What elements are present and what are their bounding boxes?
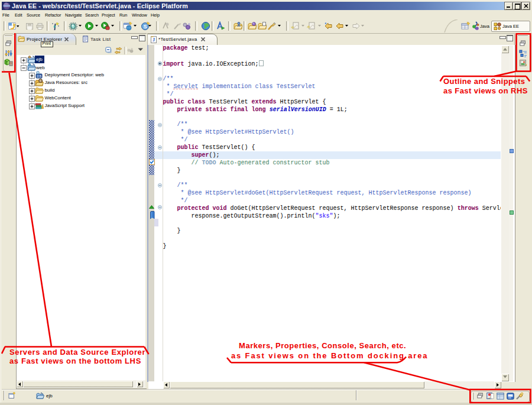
svg-text:2.5: 2.5: [37, 74, 41, 78]
svg-text:J: J: [153, 37, 155, 43]
svg-text:S: S: [143, 24, 147, 30]
